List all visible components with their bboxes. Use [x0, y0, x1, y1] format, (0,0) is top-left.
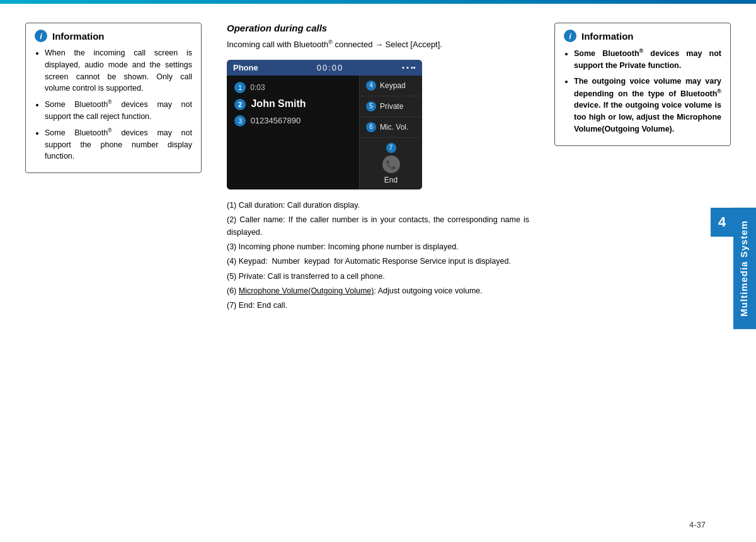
phone-body: 1 0:03 2 John Smith 3 01234567890 4: [227, 76, 422, 189]
end-phone-icon: 📞: [382, 155, 400, 173]
center-title: Operation during calls: [227, 23, 529, 33]
page-number: 4-37: [689, 520, 706, 529]
phone-left-panel: 1 0:03 2 John Smith 3 01234567890: [227, 76, 359, 189]
left-info-list: When the incoming call screen is display…: [35, 47, 192, 162]
end-badge: 7: [386, 143, 396, 153]
left-info-title: Information: [52, 31, 105, 42]
number-badge: 3: [234, 115, 246, 127]
right-info-list: Some Bluetooth® devices may not support …: [564, 47, 721, 135]
list-item: Some Bluetooth® devices may not support …: [574, 47, 721, 72]
keypad-badge: 4: [366, 81, 376, 91]
list-item: Some Bluetooth® devices may not support …: [45, 127, 192, 162]
desc-item-7: (7) End: End call.: [227, 300, 529, 312]
keypad-label: Keypad: [380, 81, 406, 90]
center-column: Operation during calls Incoming call wit…: [214, 23, 542, 315]
caller-number-row: 3 01234567890: [234, 115, 352, 127]
phone-screen: Phone 00:00 ▪ ▪ ▪▪ 1 0:03 2 John Smith 3: [227, 60, 422, 189]
phone-label: Phone: [233, 63, 258, 72]
end-label: End: [384, 176, 398, 184]
list-item: When the incoming call screen is display…: [45, 47, 192, 94]
caller-badge: 2: [234, 99, 246, 110]
mic-vol-btn[interactable]: 6 Mic. Vol.: [360, 117, 422, 138]
list-item: The outgoing voice volume may vary depen…: [574, 76, 721, 135]
phone-duration: 1 0:03: [234, 82, 352, 93]
end-btn[interactable]: 7 📞 End: [360, 138, 422, 189]
mic-vol-badge: 6: [366, 122, 376, 132]
private-label: Private: [380, 102, 403, 111]
right-info-header: i Information: [564, 30, 721, 42]
left-info-box: i Information When the incoming call scr…: [25, 23, 202, 173]
left-info-icon: i: [35, 30, 47, 42]
caller-name: John Smith: [251, 98, 306, 109]
sidebar-label: Multimedia System: [733, 208, 756, 329]
right-info-box: i Information Some Bluetooth® devices ma…: [554, 23, 731, 146]
phone-top-bar: Phone 00:00 ▪ ▪ ▪▪: [227, 60, 422, 76]
private-badge: 5: [366, 101, 376, 111]
desc-item-4: (4) Keypad: Number keypad for Automatic …: [227, 256, 529, 268]
right-info-title: Information: [581, 31, 634, 42]
left-info-header: i Information: [35, 30, 192, 42]
duration-text: 0:03: [250, 83, 265, 92]
center-subtitle: Incoming call with Bluetooth® connected …: [227, 38, 529, 51]
duration-badge: 1: [234, 82, 246, 93]
phone-status-icons: ▪ ▪ ▪▪: [402, 64, 416, 71]
desc-item-2: (2) Caller name: If the caller number is…: [227, 214, 529, 239]
sidebar-number: 4: [711, 208, 733, 237]
desc-item-3: (3) Incoming phone number: Incoming phon…: [227, 241, 529, 253]
keypad-btn[interactable]: 4 Keypad: [360, 76, 422, 96]
desc-item-6: (6) Microphone Volume(Outgoing Volume): …: [227, 285, 529, 297]
mic-vol-label: Mic. Vol.: [380, 123, 408, 132]
description-list: (1) Call duration: Call duration display…: [227, 200, 529, 312]
right-column: i Information Some Bluetooth® devices ma…: [542, 23, 731, 315]
desc-item-5: (5) Private: Call is transferred to a ce…: [227, 271, 529, 283]
phone-time: 00:00: [317, 63, 344, 72]
private-btn[interactable]: 5 Private: [360, 96, 422, 117]
desc-item-1: (1) Call duration: Call duration display…: [227, 200, 529, 212]
list-item: Some Bluetooth® devices may not support …: [45, 98, 192, 123]
left-column: i Information When the incoming call scr…: [25, 23, 214, 315]
phone-right-panel: 4 Keypad 5 Private 6 Mic. Vol. 7 📞 En: [359, 76, 422, 189]
caller-number: 01234567890: [251, 116, 301, 125]
caller-name-row: 2 John Smith: [234, 98, 352, 110]
right-info-icon: i: [564, 30, 576, 42]
